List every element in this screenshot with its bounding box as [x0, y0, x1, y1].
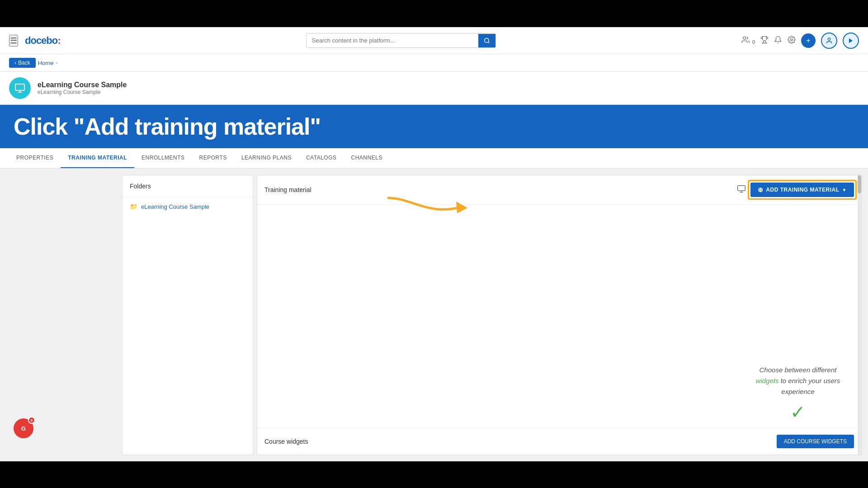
svg-line-1 [488, 42, 489, 43]
back-button[interactable]: ‹ Back [9, 58, 36, 68]
folder-item[interactable]: 📁 eLearning Course Sample [123, 197, 253, 216]
course-subtitle: eLearning Course Sample [38, 89, 127, 95]
folders-panel: Folders 📁 eLearning Course Sample [122, 175, 253, 455]
home-breadcrumb-button[interactable]: Home [38, 60, 54, 66]
notifications-count: 0 [752, 39, 755, 45]
trophy-icon [760, 36, 769, 44]
user-icon [826, 37, 833, 44]
hamburger-menu-button[interactable]: ☰ [9, 35, 18, 47]
folder-icon: 📁 [130, 203, 137, 210]
tab-enrollments[interactable]: ENROLLMENTS [134, 148, 192, 168]
add-button[interactable]: + [801, 33, 816, 48]
trophy-icon-button[interactable] [760, 36, 769, 46]
app-logo: docebo: [25, 35, 61, 47]
svg-point-3 [791, 38, 793, 41]
back-arrow-icon: ‹ [14, 60, 16, 66]
svg-marker-12 [456, 202, 467, 213]
svg-rect-9 [737, 185, 745, 191]
svg-point-0 [485, 38, 489, 42]
users-icon-button[interactable]: 0 [741, 36, 755, 45]
grammarly-label: G [21, 425, 26, 432]
scrollbar-thumb[interactable] [858, 175, 861, 193]
search-bar [306, 33, 496, 48]
yellow-highlight [748, 180, 857, 200]
play-icon [848, 38, 854, 44]
empty-state-text: Choose between different widgets to enri… [744, 365, 852, 397]
course-header: eLearning Course Sample eLearning Course… [0, 72, 868, 105]
course-widgets-bar: Course widgets ADD COURSE WIDGETS [257, 428, 861, 455]
left-sidebar [0, 169, 122, 461]
grammarly-badge: 8 [28, 417, 35, 424]
svg-marker-5 [849, 38, 853, 43]
monitor-icon [737, 184, 746, 196]
tab-learning-plans[interactable]: LEARNING PLANS [234, 148, 299, 168]
annotation-banner: Click "Add training material" [0, 105, 868, 148]
settings-icon-button[interactable] [788, 36, 796, 46]
scrollbar[interactable] [858, 175, 861, 455]
breadcrumb-separator: › [56, 60, 57, 66]
training-material-panel: Training material ⊕ ADD TRAINING MATERIA… [257, 175, 862, 455]
empty-state: Choose between different widgets to enri… [744, 365, 852, 423]
arrow-annotation [384, 189, 483, 227]
annotation-text: Click "Add training material" [14, 113, 321, 140]
grammarly-icon[interactable]: G 8 [14, 418, 33, 438]
course-info: eLearning Course Sample eLearning Course… [38, 81, 127, 95]
course-widgets-title: Course widgets [264, 438, 308, 445]
training-material-header: Training material ⊕ ADD TRAINING MATERIA… [257, 175, 861, 205]
tab-channels[interactable]: CHANNELS [344, 148, 390, 168]
training-material-title: Training material [264, 186, 311, 193]
folders-header: Folders [123, 175, 253, 197]
search-button[interactable] [478, 34, 495, 47]
tab-training-material[interactable]: TRAINING MATERIAL [61, 148, 134, 168]
course-icon [9, 77, 31, 99]
search-icon [484, 38, 490, 44]
tab-catalogs[interactable]: CATALOGS [299, 148, 344, 168]
app-header: ☰ docebo: 0 [0, 27, 868, 54]
course-title: eLearning Course Sample [38, 81, 127, 89]
add-training-button-wrapper: ⊕ ADD TRAINING MATERIAL ▼ [750, 183, 854, 197]
training-actions: ⊕ ADD TRAINING MATERIAL ▼ [737, 183, 854, 197]
checkmark-icon: ✓ [744, 402, 852, 423]
folder-label: eLearning Course Sample [141, 203, 209, 210]
widgets-link[interactable]: widgets [756, 377, 779, 385]
settings-icon [788, 36, 796, 44]
add-course-widgets-button[interactable]: ADD COURSE WIDGETS [777, 435, 854, 448]
svg-point-2 [743, 37, 746, 39]
user-avatar-button[interactable] [821, 33, 837, 49]
users-icon [741, 36, 750, 44]
bell-icon-button[interactable] [774, 36, 782, 46]
play-button[interactable] [843, 33, 859, 49]
back-label: Back [18, 60, 30, 66]
svg-point-4 [828, 38, 830, 40]
search-input[interactable] [307, 33, 478, 47]
svg-rect-6 [15, 84, 24, 90]
nav-tabs: PROPERTIES TRAINING MATERIAL ENROLLMENTS… [0, 148, 868, 169]
breadcrumb-bar: ‹ Back Home › [0, 54, 868, 72]
monitor-course-icon [14, 83, 25, 94]
tab-reports[interactable]: REPORTS [192, 148, 234, 168]
bell-icon [774, 36, 782, 44]
tab-properties[interactable]: PROPERTIES [9, 148, 61, 168]
